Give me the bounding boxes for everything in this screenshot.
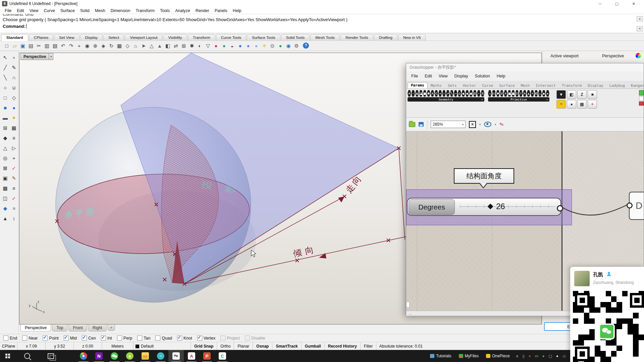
toolbar-icon[interactable]: ⚙	[292, 42, 301, 50]
toolbar-tab[interactable]: Mesh Tools	[310, 34, 340, 41]
param-component-icon[interactable]: ◎	[415, 90, 419, 97]
slider-track[interactable]: 26	[457, 199, 557, 214]
param-component-icon[interactable]: 0.1	[492, 90, 496, 97]
status-toggle[interactable]: Ortho	[217, 342, 234, 350]
toolbar-icon[interactable]: △	[148, 42, 156, 50]
sidebar-tool-icon[interactable]: ✓	[10, 194, 18, 203]
target-input-nub[interactable]	[627, 202, 633, 208]
input-component-icon[interactable]: ■	[588, 90, 597, 99]
param-component-icon[interactable]: ∴	[442, 90, 446, 97]
checkbox[interactable]	[64, 336, 69, 341]
sidebar-tool-icon[interactable]: ≈	[10, 204, 18, 213]
toolbar-icon[interactable]: ▣	[19, 42, 27, 50]
toolbar-tab[interactable]: Standard	[1, 34, 28, 41]
menu-item[interactable]: Panels	[212, 8, 230, 13]
grasshopper-tab[interactable]: Ladybug	[606, 83, 628, 88]
grasshopper-menu-item[interactable]: Help	[494, 74, 508, 78]
sidebar-tool-icon[interactable]: ○	[1, 83, 9, 92]
command-area[interactable]: Command: Grid Choose grid property ( Sna…	[0, 14, 644, 33]
sidebar-tool-icon[interactable]: ╱	[1, 63, 9, 72]
param-component-icon[interactable]: ○	[412, 90, 415, 97]
viewport-title-chip[interactable]: Perspective ▾	[20, 53, 53, 60]
maximize-button[interactable]: ▢	[611, 1, 623, 7]
toolbar-tab[interactable]: Viewport Layout	[125, 34, 162, 41]
viewport-tab[interactable]: Front	[68, 324, 87, 331]
toolbar-icon[interactable]: ⌂	[131, 42, 140, 50]
param-component-icon[interactable]: ▩	[423, 90, 427, 97]
sidebar-tool-icon[interactable]: ■	[1, 103, 9, 112]
toolbar-icon[interactable]: ➤	[140, 42, 148, 50]
save-file-icon[interactable]	[419, 122, 424, 127]
param-component-icon[interactable]: +	[531, 90, 534, 97]
geometry-group-strip[interactable]: Geometry+	[408, 97, 484, 102]
checkbox[interactable]	[137, 336, 142, 341]
sidebar-tool-icon[interactable]: ▣	[1, 174, 9, 183]
menu-item[interactable]: Curve	[41, 8, 58, 13]
taskbar-link-onepiece[interactable]: OnePiece	[486, 354, 510, 358]
dropdown-arrow-icon[interactable]: ▾	[495, 123, 496, 126]
viewport-title[interactable]: Perspective	[20, 53, 49, 60]
grasshopper-tab[interactable]: Maths	[428, 83, 445, 88]
taskbar-link-tutorials[interactable]: Tutorials	[430, 354, 451, 358]
sidebar-tool-icon[interactable]: ◆	[1, 204, 9, 213]
scroll-up-button[interactable]: ▲	[637, 16, 643, 21]
osnap-option[interactable]: Point	[43, 336, 59, 341]
sidebar-tool-icon[interactable]: □	[1, 93, 9, 102]
param-component-icon[interactable]: S	[481, 90, 485, 97]
sidebar-tool-icon[interactable]: ▬	[1, 113, 9, 122]
active-viewport-value[interactable]: Perspective	[602, 54, 624, 58]
toolbar-icon[interactable]: ◇	[123, 42, 131, 50]
param-component-icon[interactable]: »	[438, 90, 442, 97]
sidebar-tool-icon[interactable]: ▲	[1, 214, 9, 223]
number-slider-component[interactable]: Degrees 26	[407, 198, 561, 216]
input-component-icon[interactable]: Z	[577, 90, 587, 99]
param-component-icon[interactable]: ↗	[446, 90, 450, 97]
viewport-tab[interactable]: Top	[52, 324, 67, 331]
taskbar-link-myfiles[interactable]: MyFiles	[459, 354, 479, 358]
osnap-option[interactable]: Vertex	[197, 336, 215, 341]
param-component-icon[interactable]: A	[431, 90, 434, 97]
toolbar-tab[interactable]: Transform	[188, 34, 215, 41]
toolbar-tab[interactable]: Solid Tools	[281, 34, 310, 41]
grasshopper-tab[interactable]: Kangaroo2	[628, 83, 644, 88]
sidebar-tool-icon[interactable]: ▩	[1, 184, 9, 193]
toolbar-icon[interactable]: ●	[220, 42, 228, 50]
menu-item[interactable]: Transform	[133, 8, 157, 13]
toolbar-icon[interactable]: ●	[212, 42, 220, 50]
toolbar-tab[interactable]: CPlanes	[29, 34, 53, 41]
sidebar-tool-icon[interactable]: ◇	[10, 93, 18, 102]
expand-icon[interactable]: +	[546, 98, 548, 101]
taskbar-wechat[interactable]	[107, 350, 122, 362]
layer-indicator[interactable]: Default	[133, 342, 191, 350]
input-component-icon[interactable]: ~	[556, 100, 566, 109]
slider-name-plate[interactable]: Degrees	[409, 199, 455, 215]
toolbar-icon[interactable]: ✂	[35, 42, 43, 50]
sidebar-tool-icon[interactable]: ≡	[10, 133, 18, 142]
param-component-icon[interactable]: 7	[519, 90, 523, 97]
zoom-extents-icon[interactable]: ✕	[469, 121, 476, 128]
menu-item[interactable]: Render	[193, 8, 212, 13]
sidebar-tool-icon[interactable]: ╲	[1, 73, 9, 82]
param-component-icon[interactable]: #	[504, 90, 507, 97]
grasshopper-tab[interactable]: Vector	[460, 83, 479, 88]
grasshopper-tab[interactable]: Surface	[496, 83, 518, 88]
sidebar-tool-icon[interactable]: ∪	[10, 83, 18, 92]
toolbar-tab[interactable]: Surface Tools	[247, 34, 280, 41]
tray-icon[interactable]: ●	[556, 354, 558, 358]
tray-icon[interactable]: ▢	[548, 354, 552, 358]
status-toggle[interactable]: Grid Snap	[191, 342, 217, 350]
toolbar-icon[interactable]: ◐	[196, 42, 204, 50]
sidebar-tool-icon[interactable]: ✓	[10, 164, 18, 173]
checkbox[interactable]	[101, 336, 106, 341]
toolbar-icon[interactable]: ◒	[228, 42, 236, 50]
grasshopper-title[interactable]: Grasshopper - 赤平投影*	[406, 63, 644, 71]
toolbar-icon[interactable]: ◧	[164, 42, 172, 50]
menu-item[interactable]: Edit	[14, 8, 27, 13]
toolbar-icon[interactable]: ◉	[284, 42, 292, 50]
toolbar-icon[interactable]: ●	[236, 42, 244, 50]
taskbar-chrome[interactable]	[76, 350, 91, 362]
checkbox[interactable]	[177, 336, 182, 341]
osnap-option[interactable]: Near	[22, 336, 38, 341]
input-component-icon[interactable]: ◧	[567, 90, 576, 99]
grasshopper-tab[interactable]: Mesh	[518, 83, 533, 88]
